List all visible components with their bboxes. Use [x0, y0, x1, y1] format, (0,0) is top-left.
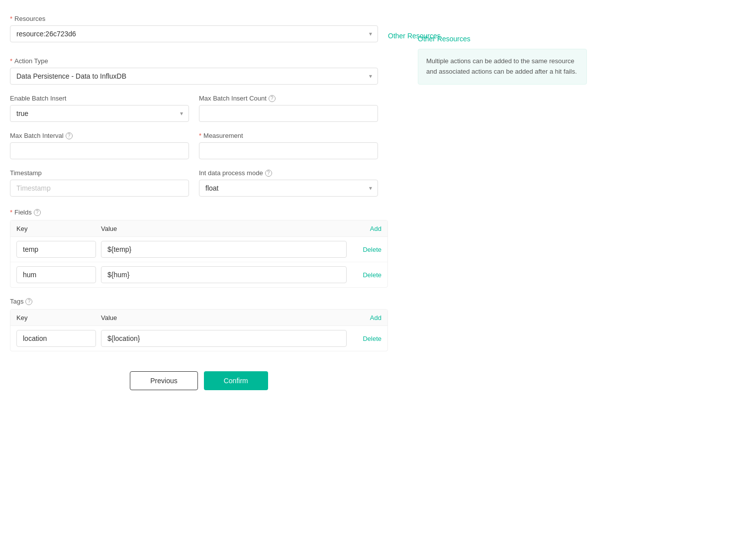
fields-label: Fields	[14, 209, 32, 216]
fields-col-key-header: Key	[16, 225, 101, 232]
max-batch-interval-input[interactable]: 10	[10, 142, 189, 159]
previous-button[interactable]: Previous	[130, 371, 197, 390]
max-batch-interval-label: Max Batch Interval	[10, 132, 64, 139]
int-data-mode-select[interactable]: float	[199, 180, 378, 197]
tags-row-0-value-input[interactable]	[101, 330, 347, 347]
bottom-navigation: Previous Confirm	[10, 371, 388, 405]
tags-help-icon[interactable]: ?	[25, 298, 32, 305]
fields-row-1-value-input[interactable]	[101, 266, 347, 283]
tags-table-header: Key Value Add	[10, 310, 387, 326]
fields-row-1-value-col	[101, 266, 347, 283]
confirm-button[interactable]: Confirm	[204, 371, 268, 390]
fields-help-icon[interactable]: ?	[34, 209, 41, 216]
measurement-required-star: *	[199, 132, 201, 139]
fields-add-button[interactable]: Add	[370, 225, 381, 232]
fields-row-0-delete-button[interactable]: Delete	[363, 246, 381, 253]
measurement-input[interactable]: temp_hum	[199, 142, 378, 159]
fields-row-0-value-input[interactable]	[101, 241, 347, 258]
fields-row-0-key-input[interactable]	[16, 241, 96, 258]
timestamp-label: Timestamp	[10, 169, 42, 177]
sidebar-tooltip-text: Multiple actions can be added to the sam…	[426, 57, 577, 75]
fields-required-star: *	[10, 209, 12, 216]
fields-col-value-header: Value	[101, 225, 352, 232]
tags-row-0-key-input[interactable]	[16, 330, 96, 347]
fields-row-0-delete-col: Delete	[352, 245, 381, 253]
fields-row-0-value-col	[101, 241, 347, 258]
tags-col-value-header: Value	[101, 314, 352, 321]
max-batch-count-input[interactable]: 100	[199, 105, 378, 122]
fields-row-1-delete-col: Delete	[352, 271, 381, 279]
action-type-required-star: *	[10, 57, 12, 65]
max-batch-interval-help-icon[interactable]: ?	[66, 132, 73, 139]
fields-row-1: Delete	[10, 262, 387, 287]
resources-label: Resources	[14, 15, 45, 22]
tags-row-0-delete-button[interactable]: Delete	[363, 335, 381, 342]
tags-label: Tags	[10, 298, 23, 305]
fields-table-header: Key Value Add	[10, 220, 387, 237]
tags-row-0-key-col	[16, 330, 96, 347]
fields-row-0: Delete	[10, 237, 387, 262]
action-type-label: Action Type	[14, 57, 48, 65]
tags-add-button[interactable]: Add	[370, 314, 381, 321]
int-data-mode-help-icon[interactable]: ?	[265, 170, 272, 177]
fields-row-1-key-col	[16, 266, 96, 283]
tags-row-0-delete-col: Delete	[352, 334, 381, 342]
tags-col-key-header: Key	[16, 314, 101, 321]
action-type-select[interactable]: Data Persistence - Data to InfluxDB	[10, 68, 378, 85]
tags-add-container: Add	[352, 314, 381, 321]
tags-row-0-value-col	[101, 330, 347, 347]
fields-row-0-key-col	[16, 241, 96, 258]
measurement-label: Measurement	[203, 132, 243, 139]
fields-add-container: Add	[352, 224, 381, 232]
sidebar: Other Resources Multiple actions can be …	[398, 15, 746, 518]
fields-row-1-delete-button[interactable]: Delete	[363, 271, 381, 279]
enable-batch-label: Enable Batch Insert	[10, 95, 66, 102]
sidebar-tooltip-box: Multiple actions can be added to the sam…	[418, 49, 587, 85]
timestamp-input[interactable]	[10, 180, 189, 197]
enable-batch-select[interactable]: true	[10, 105, 189, 122]
resources-required-star: *	[10, 15, 12, 22]
sidebar-other-resources-link[interactable]: Other Resources	[418, 35, 471, 43]
max-batch-count-help-icon[interactable]: ?	[269, 95, 276, 102]
tags-row-0: Delete	[10, 326, 387, 351]
max-batch-count-label: Max Batch Insert Count	[199, 95, 267, 102]
int-data-mode-label: Int data process mode	[199, 169, 263, 177]
fields-row-1-key-input[interactable]	[16, 266, 96, 283]
resources-select[interactable]: resource:26c723d6	[10, 25, 378, 42]
